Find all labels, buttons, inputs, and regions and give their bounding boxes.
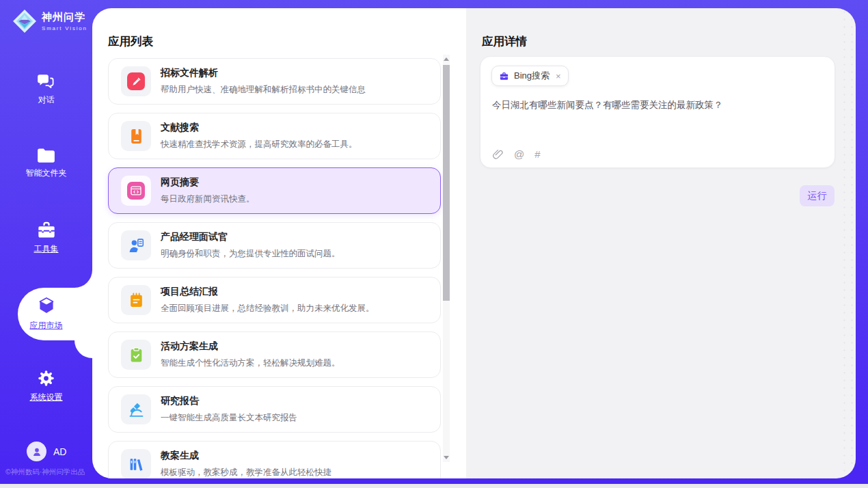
sidebar-item-label: 系统设置 xyxy=(0,392,92,403)
brand-name: 神州问学 xyxy=(42,11,87,24)
app-card-list: 招标文件解析 帮助用户快速、准确地理解和解析招标书中的关键信息 文献搜索 快速精… xyxy=(108,58,441,478)
app-description: 智能生成个性化活动方案，轻松解决规划难题。 xyxy=(161,357,340,369)
scrollbar-up-arrow[interactable] xyxy=(443,55,450,64)
toolbox-icon xyxy=(37,221,56,239)
app-card-web-summary[interactable]: 网页摘要 每日政府新闻资讯快查。 xyxy=(108,167,441,214)
app-card-bid-parse[interactable]: 招标文件解析 帮助用户快速、准确地理解和解析招标书中的关键信息 xyxy=(108,58,441,105)
folder-icon xyxy=(37,148,55,163)
person-icon xyxy=(31,446,42,457)
user-profile[interactable]: AD xyxy=(0,442,92,461)
books-icon xyxy=(128,456,145,473)
browser-code-icon xyxy=(127,182,145,200)
sidebar-item-label: 工具集 xyxy=(0,243,92,255)
hashtag-icon[interactable]: # xyxy=(534,148,540,160)
nav-curve-bottom xyxy=(74,340,92,358)
app-name: 产品经理面试官 xyxy=(161,231,340,243)
gear-icon xyxy=(37,369,55,388)
run-button[interactable]: 运行 xyxy=(800,185,835,206)
app-icon-box xyxy=(121,230,151,260)
app-list-title: 应用列表 xyxy=(108,34,153,49)
tool-tag-close-icon[interactable]: × xyxy=(556,72,561,81)
app-card-pm-interviewer[interactable]: 产品经理面试官 明确身份和职责，为您提供专业性的面试问题。 xyxy=(108,222,441,269)
sidebar-item-label: 对话 xyxy=(0,94,92,106)
app-icon-box xyxy=(121,176,151,206)
app-icon-box xyxy=(121,121,151,151)
mention-icon[interactable]: @ xyxy=(514,148,524,160)
app-description: 帮助用户快速、准确地理解和解析招标书中的关键信息 xyxy=(161,84,366,96)
prompt-card: Bing搜索 × 今日湖北有哪些新闻要点？有哪些需要关注的最新政策？ @ # xyxy=(480,56,835,168)
sidebar-item-app-market[interactable]: 应用市场 xyxy=(0,295,92,331)
microscope-icon xyxy=(128,401,145,418)
clipboard-check-icon xyxy=(128,347,145,364)
app-name: 项目总结汇报 xyxy=(161,286,375,298)
brand-tagline: Smart Vision xyxy=(42,25,87,31)
app-name: 招标文件解析 xyxy=(161,67,366,79)
app-description: 每日政府新闻资讯快查。 xyxy=(161,193,255,205)
app-icon-box xyxy=(121,394,151,424)
nav-curve-top xyxy=(74,270,92,288)
app-card-literature-search[interactable]: 文献搜索 快速精准查找学术资源，提高研究效率的必备工具。 xyxy=(108,113,441,159)
app-card-event-plan[interactable]: 活动方案生成 智能生成个性化活动方案，轻松解决规划难题。 xyxy=(108,331,441,378)
cube-icon xyxy=(37,295,56,316)
list-scrollbar[interactable] xyxy=(443,55,450,462)
app-description: 快速精准查找学术资源，提高研究效率的必备工具。 xyxy=(161,139,357,150)
app-detail-panel: 应用详情 Bing搜索 × 今日湖北有哪些新闻要点？有哪些需要关注的最新政策？ … xyxy=(466,8,856,478)
app-card-lesson-plan[interactable]: 教案生成 模板驱动，教案秒成，教学准备从此轻松快捷 xyxy=(108,441,441,478)
notepad-icon xyxy=(128,292,145,309)
app-icon-box xyxy=(121,340,151,370)
query-input[interactable]: 今日湖北有哪些新闻要点？有哪些需要关注的最新政策？ xyxy=(492,99,824,111)
sidebar-item-settings[interactable]: 系统设置 xyxy=(0,369,92,403)
sidebar-item-smart-folder[interactable]: 智能文件夹 xyxy=(0,148,92,179)
user-name: AD xyxy=(53,446,66,457)
main-container: 应用列表 招标文件解析 帮助用户快速、准确地理解和解析招标书中的关键信息 xyxy=(92,8,856,478)
composer-toolbar: @ # xyxy=(492,148,541,160)
app-name: 活动方案生成 xyxy=(161,340,340,353)
app-name: 文献搜索 xyxy=(161,122,357,134)
app-icon-box xyxy=(121,449,151,478)
chat-icon xyxy=(37,74,55,90)
book-icon xyxy=(128,128,145,145)
sidebar: 神州问学 Smart Vision 对话 智能文件夹 工具集 xyxy=(0,0,92,484)
app-detail-title: 应用详情 xyxy=(482,34,527,49)
app-description: 全面回顾项目进展，总结经验教训，助力未来优化发展。 xyxy=(161,303,375,314)
paperclip-icon[interactable] xyxy=(492,148,504,160)
app-name: 研究报告 xyxy=(161,395,297,407)
sidebar-item-toolbox[interactable]: 工具集 xyxy=(0,221,92,255)
diamond-logo-icon xyxy=(12,8,37,34)
app-card-project-summary[interactable]: 项目总结汇报 全面回顾项目进展，总结经验教训，助力未来优化发展。 xyxy=(108,277,441,323)
sidebar-item-chat[interactable]: 对话 xyxy=(0,74,92,106)
tool-tag-bing-search[interactable]: Bing搜索 × xyxy=(491,66,569,86)
interviewer-icon xyxy=(128,237,145,254)
app-description: 模板驱动，教案秒成，教学准备从此轻松快捷 xyxy=(161,467,331,478)
app-description: 明确身份和职责，为您提供专业性的面试问题。 xyxy=(161,248,340,260)
scrollbar-down-arrow[interactable] xyxy=(443,453,450,462)
pen-square-icon xyxy=(127,72,145,90)
app-icon-box xyxy=(121,285,151,315)
avatar xyxy=(27,442,46,461)
app-name: 网页摘要 xyxy=(161,176,255,189)
sidebar-item-label: 应用市场 xyxy=(0,320,92,331)
app-card-research-report[interactable]: 研究报告 一键智能生成高质量长文本研究报告 xyxy=(108,386,441,433)
app-icon-box xyxy=(121,66,151,96)
tool-tag-label: Bing搜索 xyxy=(514,70,550,82)
app-description: 一键智能生成高质量长文本研究报告 xyxy=(161,412,297,424)
copyright-note: ©神州数码·神州问学出品 xyxy=(5,467,85,477)
sidebar-item-label: 智能文件夹 xyxy=(0,167,92,179)
scrollbar-thumb[interactable] xyxy=(443,65,450,301)
brand-logo: 神州问学 Smart Vision xyxy=(12,8,87,34)
app-list-panel: 应用列表 招标文件解析 帮助用户快速、准确地理解和解析招标书中的关键信息 xyxy=(92,8,466,478)
briefcase-icon xyxy=(499,71,509,81)
app-name: 教案生成 xyxy=(161,450,331,462)
